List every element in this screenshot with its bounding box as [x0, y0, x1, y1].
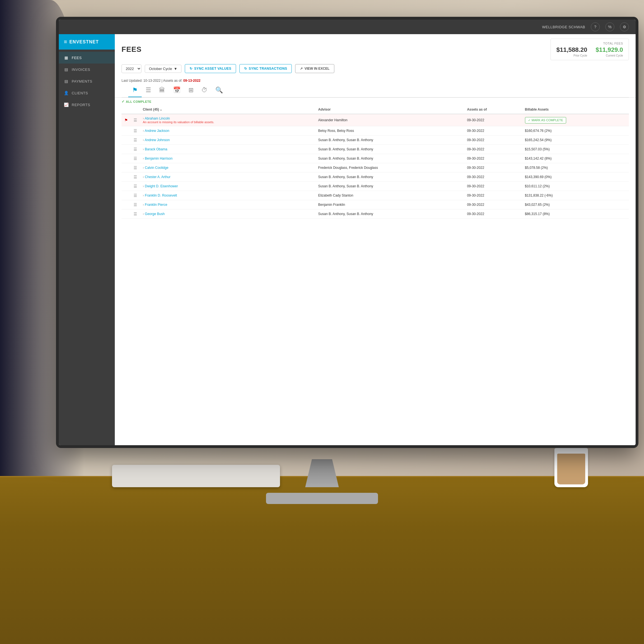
- client-cell[interactable]: Chester A. Arthur: [140, 172, 315, 182]
- client-cell[interactable]: Dwight D. Eisenhower: [140, 182, 315, 191]
- col-client[interactable]: Client (45): [140, 105, 315, 114]
- view-excel-button[interactable]: ↗ VIEW IN EXCEL: [295, 64, 334, 73]
- cycle-dropdown-arrow: ▼: [174, 67, 177, 71]
- billable-cell: $86,315.17 (8%): [522, 209, 629, 219]
- current-cycle-fees: $11,929.0 Current Cycle: [596, 46, 623, 57]
- client-cell[interactable]: Franklin Pierce: [140, 200, 315, 209]
- sidebar-item-clients[interactable]: 👤 CLIENTS: [59, 87, 115, 99]
- keyboard: [112, 465, 280, 487]
- table-area: ✓ ALL COMPLETE Client (45) Advisor Asset…: [115, 98, 636, 445]
- client-cell[interactable]: George Bush: [140, 209, 315, 219]
- filter-tab-calendar[interactable]: 📅: [169, 84, 185, 97]
- col-doc: [131, 105, 140, 114]
- year-select[interactable]: 2022: [122, 64, 141, 73]
- billable-cell: ✓ MARK AS COMPLETE: [522, 114, 629, 126]
- doc-cell: ☰: [131, 209, 140, 219]
- assets-date-cell: 09-30-2022: [464, 145, 522, 154]
- client-cell[interactable]: Andrew Johnson: [140, 136, 315, 145]
- billable-cell: $131,838.22 (-6%): [522, 191, 629, 200]
- client-name[interactable]: Chester A. Arthur: [143, 175, 171, 179]
- sidebar-item-payments-label: PAYMENTS: [72, 79, 92, 83]
- filter-tab-doc[interactable]: ☰: [142, 84, 155, 97]
- filter-tab-search[interactable]: 🔍: [211, 84, 227, 97]
- client-cell[interactable]: Calvin Coolidge: [140, 163, 315, 172]
- flag-cell: [122, 163, 131, 172]
- doc-icon: ☰: [134, 193, 137, 198]
- company-name: WELLBRIDGE SCHWAB: [542, 25, 585, 29]
- client-name[interactable]: George Bush: [143, 212, 165, 216]
- billable-cell: $160,674.76 (2%): [522, 126, 629, 136]
- sidebar-item-invoices[interactable]: ▤ INVOICES: [59, 64, 115, 75]
- flag-cell: [122, 209, 131, 219]
- sidebar-item-fees[interactable]: ▦ FEES: [59, 52, 115, 64]
- client-name[interactable]: Calvin Coolidge: [143, 166, 168, 170]
- filter-tab-clock[interactable]: ⏱: [197, 84, 211, 97]
- doc-cell: ☰: [131, 145, 140, 154]
- client-cell[interactable]: Andrew Jackson: [140, 126, 315, 136]
- cycle-label: October Cycle: [149, 67, 172, 71]
- check-icon: ✓: [528, 118, 531, 122]
- monitor-base: [266, 493, 378, 504]
- client-name[interactable]: Franklin Pierce: [143, 203, 167, 207]
- cycle-select[interactable]: October Cycle ▼: [145, 65, 181, 73]
- doc-icon: ☰: [134, 118, 137, 122]
- billable-cell: $43,027.65 (2%): [522, 200, 629, 209]
- billable-cell: $143,142.42 (8%): [522, 154, 629, 163]
- col-flag: [122, 105, 131, 114]
- clients-table: Client (45) Advisor Assets as of Billabl…: [122, 105, 629, 219]
- logo-text: ENVESTNET: [69, 39, 99, 45]
- fees-header: FEES TOTAL FEES $11,588.20 Prior Cycle: [115, 34, 636, 98]
- sync-trans-icon: ↻: [244, 67, 247, 71]
- assets-date-cell: 09-30-2022: [464, 163, 522, 172]
- doc-cell: ☰: [131, 136, 140, 145]
- client-name[interactable]: Abraham Lincoln: [143, 116, 312, 120]
- billable-cell: $10,611.12 (2%): [522, 182, 629, 191]
- table-row: ☰ Benjamin Harrison Susan B. Anthony, Su…: [122, 154, 629, 163]
- sync-asset-values-button[interactable]: ↻ SYNC ASSET VALUES: [185, 64, 236, 73]
- client-cell[interactable]: Franklin D. Roosevelt: [140, 191, 315, 200]
- filter-tab-bank[interactable]: 🏛: [155, 84, 169, 97]
- mark-complete-button[interactable]: ✓ MARK AS COMPLETE: [525, 117, 566, 123]
- coffee-liquid: [557, 454, 585, 484]
- sidebar-item-invoices-label: INVOICES: [72, 67, 90, 72]
- assets-date: 09-13-2022: [183, 79, 200, 83]
- excel-icon: ↗: [300, 67, 303, 71]
- advisor-cell: Frederick Douglass, Frederick Douglass: [315, 163, 464, 172]
- sidebar-item-payments[interactable]: ▤ PAYMENTS: [59, 75, 115, 87]
- sidebar-item-fees-label: FEES: [72, 56, 82, 60]
- client-cell[interactable]: Abraham Lincoln An account is missing it…: [140, 114, 315, 126]
- prior-amount: $11,588.20: [556, 46, 587, 53]
- client-name[interactable]: Benjamin Harrison: [143, 157, 172, 160]
- flag-cell: [122, 126, 131, 136]
- advisor-cell: Elizabeth Cady Stanton: [315, 191, 464, 200]
- advisor-cell: Susan B. Anthony, Susan B. Anthony: [315, 145, 464, 154]
- assets-date-cell: 09-30-2022: [464, 209, 522, 219]
- prior-cycle-label: Prior Cycle: [556, 54, 587, 57]
- doc-cell: ☰: [131, 126, 140, 136]
- client-cell[interactable]: Barack Obama: [140, 145, 315, 154]
- client-name[interactable]: Andrew Johnson: [143, 138, 170, 142]
- app-layout: ≡ ENVESTNET ▦ FEES ▤ INVOICES ▤ PAYMENTS: [59, 34, 636, 445]
- doc-cell: ☰: [131, 200, 140, 209]
- reports-icon: 📈: [64, 102, 69, 107]
- client-cell[interactable]: Benjamin Harrison: [140, 154, 315, 163]
- invoices-icon: ▤: [64, 67, 69, 72]
- help-icon[interactable]: ?: [591, 22, 600, 31]
- client-name[interactable]: Barack Obama: [143, 147, 167, 151]
- client-name[interactable]: Dwight D. Eisenhower: [143, 184, 178, 188]
- last-updated: Last Updated: 10-13-2022 | Assets as of:…: [122, 76, 629, 84]
- filter-tab-flag[interactable]: ⚑: [128, 84, 142, 97]
- prior-cycle-fees: $11,588.20 Prior Cycle: [556, 46, 587, 57]
- doc-icon: ☰: [134, 165, 137, 170]
- percent-icon[interactable]: %: [605, 22, 614, 31]
- top-bar: WELLBRIDGE SCHWAB ? % ⚙: [59, 20, 636, 34]
- settings-icon[interactable]: ⚙: [620, 22, 629, 31]
- flag-cell: [122, 182, 131, 191]
- sync-transactions-button[interactable]: ↻ SYNC TRANSACTIONS: [239, 64, 292, 73]
- sidebar-item-reports[interactable]: 📈 REPORTS: [59, 99, 115, 111]
- client-name[interactable]: Andrew Jackson: [143, 129, 169, 133]
- filter-tab-grid[interactable]: ⊞: [185, 84, 197, 97]
- logo-icon: ≡: [64, 39, 67, 45]
- client-name[interactable]: Franklin D. Roosevelt: [143, 193, 177, 197]
- doc-cell: ☰: [131, 114, 140, 126]
